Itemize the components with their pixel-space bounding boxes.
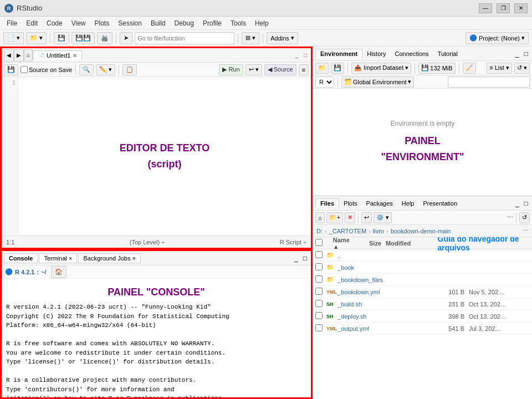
files-more-options[interactable]: ⋯ <box>507 214 513 221</box>
menu-view[interactable]: View <box>67 18 90 28</box>
env-save-button[interactable]: 💾 <box>331 63 344 74</box>
tab-files[interactable]: Files <box>315 198 339 208</box>
tab-environment[interactable]: Environment <box>315 49 362 58</box>
files-collapse-button[interactable]: _ <box>514 200 521 207</box>
close-button[interactable]: ✕ <box>514 3 528 13</box>
tab-terminal[interactable]: Terminal × <box>39 253 77 263</box>
tab-packages[interactable]: Packages <box>362 199 397 208</box>
tab-plots[interactable]: Plots <box>339 199 361 208</box>
menu-edit[interactable]: Edit <box>22 18 42 28</box>
file-name-deploy-sh[interactable]: _deploy.sh <box>337 313 424 320</box>
editor-nav-forward[interactable]: ▶ <box>14 49 24 62</box>
menu-tools[interactable]: Tools <box>226 18 250 28</box>
files-path-livro[interactable]: livro <box>373 228 384 234</box>
editor-expand-button[interactable]: □ <box>302 52 309 59</box>
console-expand-button[interactable]: □ <box>301 254 309 262</box>
editor-tab-close[interactable]: ✕ <box>73 53 77 59</box>
env-refresh-button[interactable]: ↺ ▾ <box>514 63 530 74</box>
file-name-dotdot[interactable]: .. <box>337 252 424 259</box>
new-file-button[interactable]: 📄 ▾ <box>3 32 24 44</box>
tab-tutorial[interactable]: Tutorial <box>433 49 462 58</box>
files-delete-button[interactable]: ✕ <box>345 212 355 223</box>
menu-code[interactable]: Code <box>42 18 67 28</box>
console-collapse-button[interactable]: _ <box>293 254 300 262</box>
file-name-book[interactable]: _book <box>337 264 424 271</box>
files-path-cartotem[interactable]: _CARTOTEM <box>329 228 366 234</box>
files-path-root[interactable]: D: <box>316 228 323 234</box>
file-name-bookdown-yml[interactable]: _bookdown.yml <box>337 289 424 295</box>
addins-button[interactable]: Addins ▾ <box>267 32 298 44</box>
row-check-bookdown-yml[interactable] <box>315 288 323 295</box>
select-all-checkbox[interactable] <box>315 239 323 246</box>
search-button[interactable]: 🔍 <box>79 64 94 75</box>
editor-nav-back[interactable]: ◀ <box>4 49 14 62</box>
files-expand-button[interactable]: □ <box>523 200 530 207</box>
env-load-button[interactable]: 📁 <box>315 63 329 74</box>
tab-help[interactable]: Help <box>397 199 419 208</box>
files-rename-button[interactable]: ↩ <box>361 212 372 223</box>
print-button[interactable]: 🖨️ <box>97 32 112 44</box>
env-clear-button[interactable]: 🧹 <box>463 63 476 74</box>
run-button[interactable]: ▶ Run <box>219 64 243 75</box>
env-list-button[interactable]: ≡ List ▾ <box>487 63 512 74</box>
tab-background-jobs[interactable]: Background Jobs × <box>78 253 140 263</box>
menu-plots[interactable]: Plots <box>90 18 114 28</box>
files-refresh-button[interactable]: ↺ <box>519 212 530 223</box>
env-search-input[interactable] <box>448 76 530 88</box>
file-type-indicator[interactable]: R Script ÷ <box>280 239 306 245</box>
editor-collapse-button[interactable]: _ <box>293 52 300 59</box>
menu-help[interactable]: Help <box>250 18 273 28</box>
console-content[interactable]: PAINEL "CONSOLE" R version 4.2.1 (2022-0… <box>2 279 311 397</box>
console-home-button[interactable]: 🏠 <box>51 266 66 278</box>
workspace-button[interactable]: ⊞ ▾ <box>242 32 259 44</box>
menu-build[interactable]: Build <box>146 18 170 28</box>
top-level-indicator[interactable]: (Top Level) ÷ <box>130 239 165 245</box>
files-path-more[interactable]: ⋯ <box>523 227 529 234</box>
editor-options-button[interactable]: ≡ <box>299 64 309 75</box>
files-new-folder-button[interactable]: 📁+ <box>326 212 343 223</box>
env-collapse-button[interactable]: _ <box>514 50 521 58</box>
row-check-deploy-sh[interactable] <box>315 312 323 319</box>
file-name-output-yml[interactable]: _output.yml <box>337 325 424 332</box>
menu-session[interactable]: Session <box>114 18 146 28</box>
env-expand-button[interactable]: □ <box>523 50 530 58</box>
menu-profile[interactable]: Profile <box>198 18 226 28</box>
tab-connections[interactable]: Connections <box>390 49 433 58</box>
row-check-dotdot[interactable] <box>315 251 323 258</box>
maximize-button[interactable]: ❐ <box>497 3 510 13</box>
open-file-button[interactable]: 📁 ▾ <box>26 32 47 44</box>
files-more-button[interactable]: ⚙️ ▾ <box>374 212 392 223</box>
tab-history[interactable]: History <box>362 49 390 58</box>
chunk-button[interactable]: 📋 <box>122 64 137 75</box>
tab-presentation[interactable]: Presentation <box>418 199 462 208</box>
source-on-save-label[interactable]: Source on Save <box>21 66 72 73</box>
save-button[interactable]: 💾 <box>54 32 69 44</box>
r-engine-select[interactable]: R <box>315 76 334 88</box>
re-run-button[interactable]: ↩ ▾ <box>245 64 262 75</box>
minimize-button[interactable]: — <box>479 3 492 13</box>
row-check-build-sh[interactable] <box>315 300 323 307</box>
files-path-bookdown[interactable]: bookdown-demo-main <box>391 228 451 234</box>
import-dataset-button[interactable]: 📤 Import Dataset ▾ <box>351 63 411 74</box>
project-selector[interactable]: 🔵 Project: (None) ▾ <box>466 32 529 44</box>
editor-nav-home[interactable]: ⌂ <box>24 49 33 62</box>
menu-file[interactable]: File <box>2 18 22 28</box>
menu-debug[interactable]: Debug <box>170 18 198 28</box>
source-on-save-checkbox[interactable] <box>21 66 28 73</box>
save-script-button[interactable]: 💾 <box>4 64 18 75</box>
file-name-build-sh[interactable]: _build.sh <box>337 301 424 308</box>
save-all-button[interactable]: 💾💾 <box>71 32 95 44</box>
global-env-selector[interactable]: 🗂️ Global Environment ▾ <box>341 76 414 88</box>
source-button[interactable]: ◀ Source <box>264 64 296 75</box>
row-check-bookdown-files[interactable] <box>315 275 323 283</box>
editor-text-area[interactable]: EDITOR DE TEXTO (script) <box>18 77 311 236</box>
code-tools-button[interactable]: ✏️ ▾ <box>96 64 115 75</box>
header-name[interactable]: Name ▲ <box>333 237 350 250</box>
header-modified[interactable]: Modified <box>386 240 434 247</box>
editor-tab-untitled1[interactable]: 📄 Untitled1 ✕ <box>33 50 82 60</box>
file-name-bookdown-files[interactable]: _bookdown_files <box>337 277 424 283</box>
tab-console[interactable]: Console <box>4 253 38 263</box>
header-size[interactable]: Size <box>350 240 386 247</box>
row-check-book[interactable] <box>315 263 323 270</box>
goto-input[interactable] <box>135 32 234 44</box>
